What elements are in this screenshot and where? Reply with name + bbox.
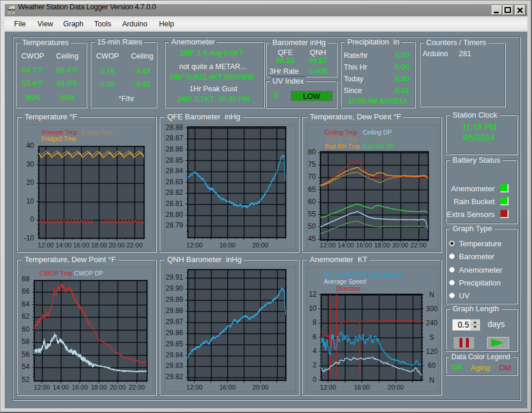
svg-text:20:00: 20:00 — [109, 242, 125, 249]
svg-text:40: 40 — [26, 142, 34, 150]
svg-text:22:00: 22:00 — [410, 242, 427, 249]
svg-text:6: 6 — [313, 333, 317, 341]
svg-text:22:00: 22:00 — [126, 242, 143, 249]
svg-text:4: 4 — [313, 347, 317, 355]
svg-text:29.82: 29.82 — [165, 373, 183, 381]
svg-text:29.84: 29.84 — [165, 351, 183, 359]
svg-text:Ceiling Tmp: Ceiling Tmp — [325, 129, 358, 136]
svg-text:CWOP Tmp: CWOP Tmp — [40, 270, 72, 277]
svg-text:CWOP DP: CWOP DP — [74, 270, 103, 277]
svg-text:Direction: Direction — [336, 285, 361, 292]
svg-text:66: 66 — [22, 287, 30, 295]
svg-text:50: 50 — [308, 222, 316, 230]
svg-text:45: 45 — [308, 235, 316, 243]
svg-text:28.85: 28.85 — [165, 156, 183, 164]
svg-text:10: 10 — [309, 304, 317, 312]
svg-text:SN127 Tmp: SN127 Tmp — [325, 136, 358, 143]
svg-text:12:00: 12:00 — [34, 384, 50, 391]
svg-text:16:00: 16:00 — [219, 384, 236, 391]
svg-text:10-minute Peak Gust Speed: 10-minute Peak Gust Speed — [324, 271, 401, 278]
svg-text:75: 75 — [308, 160, 316, 168]
svg-text:80: 80 — [308, 148, 316, 156]
svg-text:Bad RH Tmp: Bad RH Tmp — [325, 143, 361, 150]
svg-text:N: N — [429, 291, 434, 299]
svg-text:20:00: 20:00 — [252, 242, 268, 249]
svg-text:30: 30 — [26, 160, 34, 168]
svg-text:28.86: 28.86 — [165, 145, 183, 153]
svg-text:56: 56 — [22, 350, 30, 359]
svg-text:14:00: 14:00 — [53, 384, 69, 391]
svg-text:60: 60 — [428, 362, 436, 370]
svg-text:20:00: 20:00 — [388, 384, 404, 391]
svg-text:120: 120 — [426, 347, 437, 356]
svg-text:16:00: 16:00 — [356, 242, 372, 249]
svg-text:52: 52 — [22, 376, 30, 384]
svg-text:8: 8 — [313, 318, 317, 326]
svg-text:20:00: 20:00 — [110, 384, 126, 391]
svg-text:12:00: 12:00 — [320, 384, 336, 391]
svg-text:70: 70 — [308, 173, 316, 181]
svg-text:14:00: 14:00 — [56, 242, 72, 249]
svg-text:18:00: 18:00 — [91, 384, 107, 391]
svg-text:16:00: 16:00 — [354, 384, 370, 391]
svg-text:29.91: 29.91 — [165, 273, 183, 281]
svg-text:2: 2 — [313, 361, 317, 369]
svg-text:28.81: 28.81 — [165, 199, 183, 208]
svg-text:Fridge2 Tmp: Fridge2 Tmp — [42, 135, 76, 142]
svg-text:Ceiling DP: Ceiling DP — [363, 129, 392, 136]
svg-text:22:00: 22:00 — [129, 384, 145, 391]
svg-text:29.83: 29.83 — [165, 362, 183, 370]
svg-text:28.83: 28.83 — [165, 178, 183, 186]
svg-text:10: 10 — [26, 197, 34, 205]
svg-text:14:00: 14:00 — [338, 242, 354, 249]
svg-text:28.87: 28.87 — [165, 134, 183, 142]
svg-text:0: 0 — [313, 376, 317, 384]
svg-text:62: 62 — [22, 312, 30, 321]
svg-text:300: 300 — [426, 305, 437, 313]
svg-text:29.90: 29.90 — [165, 284, 183, 292]
svg-text:65: 65 — [308, 185, 316, 194]
svg-text:18:00: 18:00 — [91, 242, 108, 249]
svg-text:28.82: 28.82 — [165, 188, 183, 197]
svg-text:58: 58 — [22, 338, 30, 346]
svg-text:16:00: 16:00 — [219, 242, 236, 249]
svg-text:68: 68 — [22, 275, 30, 283]
svg-text:Bad RH DP: Bad RH DP — [363, 143, 395, 150]
svg-text:S: S — [429, 333, 434, 342]
svg-text:64: 64 — [22, 300, 30, 308]
svg-text:Freezer Tmp: Freezer Tmp — [43, 129, 78, 136]
svg-text:28.80: 28.80 — [165, 211, 183, 219]
svg-text:20:00: 20:00 — [392, 242, 409, 249]
svg-text:29.86: 29.86 — [165, 329, 183, 337]
svg-text:55: 55 — [308, 210, 316, 218]
svg-text:12:00: 12:00 — [38, 242, 54, 249]
svg-text:-10: -10 — [24, 234, 34, 242]
svg-text:29.85: 29.85 — [165, 340, 183, 348]
svg-text:60: 60 — [22, 325, 30, 333]
svg-text:20:00: 20:00 — [253, 384, 269, 391]
svg-text:60: 60 — [308, 198, 316, 206]
svg-text:SN127 DP: SN127 DP — [363, 136, 392, 143]
svg-text:16:00: 16:00 — [73, 242, 89, 249]
svg-text:28.84: 28.84 — [165, 167, 183, 175]
svg-text:N: N — [429, 376, 434, 384]
svg-text:54: 54 — [22, 363, 30, 371]
svg-text:Average Speed: Average Speed — [324, 278, 366, 285]
svg-text:29.88: 29.88 — [165, 307, 183, 315]
svg-text:12:00: 12:00 — [186, 384, 203, 391]
svg-text:12: 12 — [309, 290, 317, 298]
svg-text:28.88: 28.88 — [165, 123, 183, 132]
svg-text:18:00: 18:00 — [374, 242, 391, 249]
svg-text:20: 20 — [26, 178, 34, 187]
svg-text:28.79: 28.79 — [165, 221, 183, 229]
svg-text:240: 240 — [426, 319, 437, 327]
svg-text:16:00: 16:00 — [72, 384, 88, 391]
svg-text:12:00: 12:00 — [320, 242, 336, 249]
svg-text:29.89: 29.89 — [165, 295, 183, 304]
svg-text:29.87: 29.87 — [165, 318, 183, 326]
svg-text:0: 0 — [30, 215, 34, 223]
svg-text:12:00: 12:00 — [186, 242, 203, 249]
svg-text:Fridge Tmp: Fridge Tmp — [81, 129, 113, 136]
